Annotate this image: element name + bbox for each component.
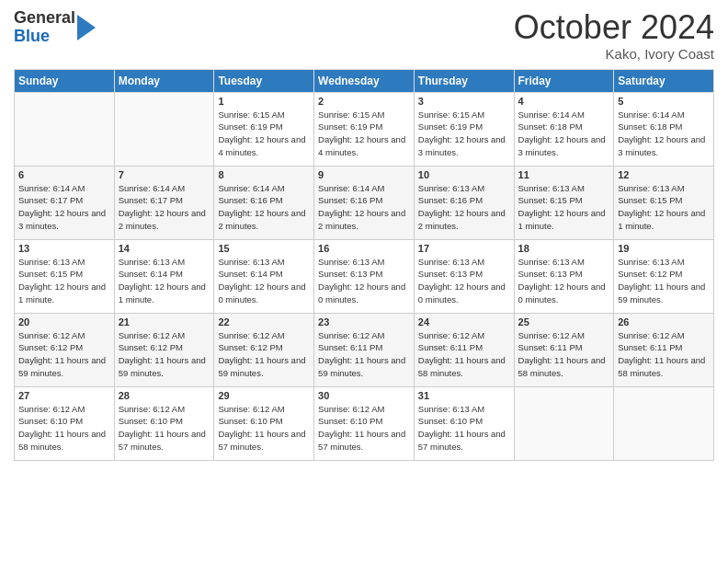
calendar-cell: 17Sunrise: 6:13 AMSunset: 6:13 PMDayligh… (414, 239, 514, 313)
week-row-1: 1Sunrise: 6:15 AMSunset: 6:19 PMDaylight… (15, 92, 714, 166)
day-number: 10 (418, 169, 510, 180)
week-row-4: 20Sunrise: 6:12 AMSunset: 6:12 PMDayligh… (15, 313, 714, 386)
logo: General Blue (14, 9, 96, 46)
day-number: 5 (618, 96, 710, 107)
day-info: Sunrise: 6:12 AMSunset: 6:11 PMDaylight:… (618, 329, 710, 380)
day-info: Sunrise: 6:14 AMSunset: 6:18 PMDaylight:… (518, 109, 610, 159)
day-info: Sunrise: 6:12 AMSunset: 6:12 PMDaylight:… (119, 329, 210, 380)
day-info: Sunrise: 6:12 AMSunset: 6:11 PMDaylight:… (518, 329, 610, 380)
calendar-table: SundayMondayTuesdayWednesdayThursdayFrid… (14, 69, 714, 461)
location: Kako, Ivory Coast (514, 46, 714, 62)
day-info: Sunrise: 6:15 AMSunset: 6:19 PMDaylight:… (218, 109, 310, 159)
calendar-cell: 23Sunrise: 6:12 AMSunset: 6:11 PMDayligh… (314, 313, 415, 386)
calendar-cell: 13Sunrise: 6:13 AMSunset: 6:15 PMDayligh… (15, 239, 115, 313)
day-number: 30 (318, 390, 410, 401)
calendar-cell: 3Sunrise: 6:15 AMSunset: 6:19 PMDaylight… (414, 92, 514, 166)
calendar-cell: 16Sunrise: 6:13 AMSunset: 6:13 PMDayligh… (314, 239, 415, 313)
calendar-cell: 27Sunrise: 6:12 AMSunset: 6:10 PMDayligh… (15, 386, 115, 460)
day-number: 25 (518, 316, 610, 327)
logo-blue: Blue (14, 27, 50, 45)
calendar-cell: 14Sunrise: 6:13 AMSunset: 6:14 PMDayligh… (114, 239, 214, 313)
day-info: Sunrise: 6:14 AMSunset: 6:16 PMDaylight:… (218, 182, 310, 233)
day-number: 1 (218, 96, 310, 107)
calendar-cell: 31Sunrise: 6:13 AMSunset: 6:10 PMDayligh… (414, 386, 514, 460)
calendar-cell: 11Sunrise: 6:13 AMSunset: 6:15 PMDayligh… (514, 166, 614, 239)
day-header-monday: Monday (114, 69, 214, 92)
day-info: Sunrise: 6:13 AMSunset: 6:15 PMDaylight:… (18, 256, 110, 306)
day-number: 9 (318, 169, 410, 180)
day-number: 16 (318, 243, 410, 254)
day-info: Sunrise: 6:12 AMSunset: 6:10 PMDaylight:… (318, 403, 410, 454)
day-info: Sunrise: 6:12 AMSunset: 6:10 PMDaylight:… (218, 403, 310, 454)
day-number: 18 (518, 243, 610, 254)
day-number: 27 (18, 390, 110, 401)
calendar-cell: 15Sunrise: 6:13 AMSunset: 6:14 PMDayligh… (214, 239, 314, 313)
day-number: 8 (218, 169, 310, 180)
calendar-cell (614, 386, 714, 460)
week-row-3: 13Sunrise: 6:13 AMSunset: 6:15 PMDayligh… (15, 239, 714, 313)
calendar-cell: 2Sunrise: 6:15 AMSunset: 6:19 PMDaylight… (314, 92, 415, 166)
day-number: 23 (318, 316, 410, 327)
calendar-cell: 8Sunrise: 6:14 AMSunset: 6:16 PMDaylight… (214, 166, 314, 239)
header: General Blue October 2024 Kako, Ivory Co… (14, 9, 714, 62)
day-number: 28 (119, 390, 210, 401)
month-title: October 2024 (514, 9, 714, 46)
day-info: Sunrise: 6:13 AMSunset: 6:13 PMDaylight:… (518, 256, 610, 306)
day-info: Sunrise: 6:12 AMSunset: 6:11 PMDaylight:… (418, 329, 510, 380)
day-header-friday: Friday (514, 69, 614, 92)
day-info: Sunrise: 6:13 AMSunset: 6:16 PMDaylight:… (418, 182, 510, 233)
calendar-cell: 9Sunrise: 6:14 AMSunset: 6:16 PMDaylight… (314, 166, 415, 239)
calendar-cell: 24Sunrise: 6:12 AMSunset: 6:11 PMDayligh… (414, 313, 514, 386)
day-number: 11 (518, 169, 610, 180)
week-row-2: 6Sunrise: 6:14 AMSunset: 6:17 PMDaylight… (15, 166, 714, 239)
day-info: Sunrise: 6:12 AMSunset: 6:12 PMDaylight:… (218, 329, 310, 380)
day-info: Sunrise: 6:14 AMSunset: 6:16 PMDaylight:… (318, 182, 410, 233)
day-info: Sunrise: 6:15 AMSunset: 6:19 PMDaylight:… (318, 109, 410, 159)
day-number: 26 (618, 316, 710, 327)
day-info: Sunrise: 6:13 AMSunset: 6:13 PMDaylight:… (318, 256, 410, 306)
day-info: Sunrise: 6:13 AMSunset: 6:15 PMDaylight:… (518, 182, 610, 233)
day-number: 17 (418, 243, 510, 254)
day-number: 2 (318, 96, 410, 107)
day-info: Sunrise: 6:13 AMSunset: 6:12 PMDaylight:… (618, 256, 710, 306)
calendar-cell (514, 386, 614, 460)
title-block: October 2024 Kako, Ivory Coast (514, 9, 714, 62)
day-number: 20 (18, 316, 110, 327)
day-number: 31 (418, 390, 510, 401)
calendar-cell: 4Sunrise: 6:14 AMSunset: 6:18 PMDaylight… (514, 92, 614, 166)
day-header-thursday: Thursday (414, 69, 514, 92)
calendar-cell: 21Sunrise: 6:12 AMSunset: 6:12 PMDayligh… (114, 313, 214, 386)
calendar-cell: 30Sunrise: 6:12 AMSunset: 6:10 PMDayligh… (314, 386, 415, 460)
day-number: 29 (218, 390, 310, 401)
calendar-cell: 1Sunrise: 6:15 AMSunset: 6:19 PMDaylight… (214, 92, 314, 166)
calendar-cell: 29Sunrise: 6:12 AMSunset: 6:10 PMDayligh… (214, 386, 314, 460)
day-number: 19 (618, 243, 710, 254)
day-number: 14 (119, 243, 210, 254)
day-header-wednesday: Wednesday (314, 69, 415, 92)
day-info: Sunrise: 6:14 AMSunset: 6:17 PMDaylight:… (119, 182, 210, 233)
logo-icon (77, 15, 96, 40)
day-number: 4 (518, 96, 610, 107)
day-info: Sunrise: 6:13 AMSunset: 6:14 PMDaylight:… (119, 256, 210, 306)
calendar-cell: 10Sunrise: 6:13 AMSunset: 6:16 PMDayligh… (414, 166, 514, 239)
calendar-cell: 28Sunrise: 6:12 AMSunset: 6:10 PMDayligh… (114, 386, 214, 460)
calendar-cell: 25Sunrise: 6:12 AMSunset: 6:11 PMDayligh… (514, 313, 614, 386)
day-info: Sunrise: 6:12 AMSunset: 6:10 PMDaylight:… (18, 403, 110, 454)
calendar-cell: 18Sunrise: 6:13 AMSunset: 6:13 PMDayligh… (514, 239, 614, 313)
calendar-page: General Blue October 2024 Kako, Ivory Co… (0, 0, 728, 563)
day-info: Sunrise: 6:15 AMSunset: 6:19 PMDaylight:… (418, 109, 510, 159)
logo-general: General (14, 8, 75, 27)
week-row-5: 27Sunrise: 6:12 AMSunset: 6:10 PMDayligh… (15, 386, 714, 460)
day-header-sunday: Sunday (15, 69, 115, 92)
calendar-cell (15, 92, 115, 166)
day-info: Sunrise: 6:14 AMSunset: 6:18 PMDaylight:… (618, 109, 710, 159)
day-number: 21 (119, 316, 210, 327)
calendar-cell: 20Sunrise: 6:12 AMSunset: 6:12 PMDayligh… (15, 313, 115, 386)
day-info: Sunrise: 6:13 AMSunset: 6:10 PMDaylight:… (418, 403, 510, 454)
day-info: Sunrise: 6:13 AMSunset: 6:13 PMDaylight:… (418, 256, 510, 306)
calendar-cell (114, 92, 214, 166)
day-info: Sunrise: 6:13 AMSunset: 6:14 PMDaylight:… (218, 256, 310, 306)
day-number: 6 (18, 169, 110, 180)
day-number: 12 (618, 169, 710, 180)
logo-text: General Blue (14, 9, 75, 46)
